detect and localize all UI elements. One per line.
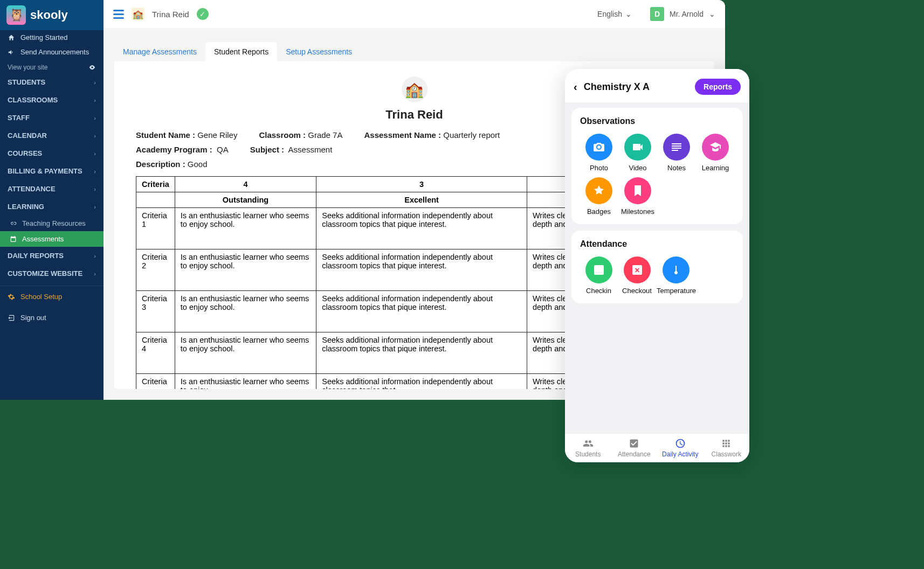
photo-button[interactable]: Photo <box>580 134 618 172</box>
tab-setup-assessments[interactable]: Setup Assessments <box>277 42 361 61</box>
subject-label: Subject : <box>250 145 284 154</box>
cell-4: Is an enthusiastic learner who seems to … <box>175 291 316 332</box>
chevron-right-icon: › <box>94 253 96 259</box>
nav-courses-label: COURSES <box>8 149 42 157</box>
sign-out-link[interactable]: Sign out <box>0 307 104 328</box>
user-menu[interactable]: D Mr. Arnold ⌄ <box>650 7 715 21</box>
megaphone-icon <box>8 48 15 56</box>
th-outstanding: Outstanding <box>175 192 316 208</box>
bottom-tab-attendance-label: Attendance <box>618 450 651 458</box>
checkout-button[interactable]: Checkout <box>618 256 656 295</box>
school-building-icon: 🏫 <box>402 77 427 102</box>
cell-4: Is an enthusiastic learner who seems to … <box>175 374 316 390</box>
language-selector[interactable]: English ⌄ <box>597 10 632 18</box>
checkin-label: Checkin <box>586 287 611 295</box>
chevron-right-icon: › <box>94 204 96 210</box>
mobile-panel: ‹ Chemistry X A Reports Observations Pho… <box>565 69 749 462</box>
nav-staff-label: STAFF <box>8 114 30 122</box>
nav-billing[interactable]: BILLING & PAYMENTS› <box>0 162 104 180</box>
send-announcements-link[interactable]: Send Announcements <box>0 45 104 59</box>
nav-courses[interactable]: COURSES› <box>0 144 104 162</box>
view-site-link[interactable]: View your site <box>0 59 104 73</box>
nav-daily-reports[interactable]: DAILY REPORTS› <box>0 247 104 265</box>
cell-4: Is an enthusiastic learner who seems to … <box>175 332 316 374</box>
th-excellent: Excellent <box>316 192 527 208</box>
tabs-row: Manage Assessments Student Reports Setup… <box>104 28 725 61</box>
sign-out-label: Sign out <box>20 314 46 322</box>
photo-label: Photo <box>590 164 608 172</box>
school-icon: 🏫 <box>132 8 144 20</box>
check-square-icon <box>629 438 639 449</box>
nav-daily-reports-label: DAILY REPORTS <box>8 252 64 260</box>
home-icon <box>8 34 15 41</box>
hamburger-button[interactable] <box>113 10 124 19</box>
reports-button[interactable]: Reports <box>695 79 741 95</box>
tab-student-reports[interactable]: Student Reports <box>205 42 277 61</box>
chevron-right-icon: › <box>94 270 96 277</box>
clock-icon <box>675 438 686 449</box>
badges-icon <box>585 177 612 204</box>
subject-value: Assessment <box>288 145 333 154</box>
getting-started-link[interactable]: Getting Started <box>0 30 104 45</box>
topbar: 🏫 Trina Reid ✓ English ⌄ D Mr. Arnold ⌄ <box>104 0 725 28</box>
subnav-teaching-resources[interactable]: Teaching Resources <box>0 216 104 231</box>
badges-button[interactable]: Badges <box>580 177 618 216</box>
nav-customize-label: CUSTOMIZE WEBSITE <box>8 269 82 277</box>
back-button[interactable]: ‹ <box>574 81 577 93</box>
students-icon <box>583 438 594 449</box>
cell-3: Seeks additional information independent… <box>316 374 527 390</box>
assessment-label: Assessment Name : <box>364 130 441 140</box>
bottom-tab-attendance[interactable]: Attendance <box>611 438 658 458</box>
chevron-down-icon: ⌄ <box>625 10 632 18</box>
nav-customize-website[interactable]: CUSTOMIZE WEBSITE› <box>0 265 104 282</box>
nav-classrooms[interactable]: CLASSROOMS› <box>0 91 104 109</box>
bottom-tab-daily-activity[interactable]: Daily Activity <box>657 438 704 458</box>
chevron-right-icon: › <box>94 168 96 175</box>
sidebar: 🦉 skooly Getting Started Send Announceme… <box>0 0 104 400</box>
observations-title: Observations <box>580 116 734 126</box>
cell-3: Seeks additional information independent… <box>316 332 527 374</box>
cell-3: Seeks additional information independent… <box>316 249 527 291</box>
language-label: English <box>597 10 622 18</box>
signout-icon <box>8 314 15 322</box>
th-4: 4 <box>175 177 316 192</box>
subnav-assessments[interactable]: Assessments <box>0 231 104 247</box>
chevron-down-icon: ⌄ <box>709 10 715 18</box>
cell-3: Seeks additional information independent… <box>316 291 527 332</box>
milestones-button[interactable]: Milestones <box>619 177 657 216</box>
eye-icon <box>88 64 96 71</box>
cell-3: Seeks additional information independent… <box>316 208 527 249</box>
attendance-title: Attendance <box>580 239 734 249</box>
subnav-assessments-label: Assessments <box>22 235 64 243</box>
description-label: Description : <box>136 159 185 169</box>
tab-manage-assessments[interactable]: Manage Assessments <box>114 42 205 61</box>
nav-attendance[interactable]: ATTENDANCE› <box>0 180 104 198</box>
student-name-value: Gene Riley <box>197 130 237 140</box>
video-button[interactable]: Video <box>619 134 657 172</box>
nav-students[interactable]: STUDENTS› <box>0 73 104 91</box>
calendar-icon <box>10 235 17 242</box>
school-setup-label: School Setup <box>20 293 62 301</box>
nav-learning[interactable]: LEARNING› <box>0 198 104 216</box>
checkout-icon <box>624 256 651 283</box>
bottom-tab-classwork[interactable]: Classwork <box>704 438 750 458</box>
th-blank <box>136 192 175 208</box>
temperature-label: Temperature <box>657 287 696 295</box>
school-setup-link[interactable]: School Setup <box>0 286 104 307</box>
observations-card: Observations PhotoVideoNotesLearningBadg… <box>571 108 743 224</box>
notes-button[interactable]: Notes <box>658 134 695 172</box>
gear-icon <box>8 293 15 301</box>
checkin-button[interactable]: Checkin <box>580 256 617 295</box>
nav-calendar[interactable]: CALENDAR› <box>0 127 104 144</box>
mobile-body: Observations PhotoVideoNotesLearningBadg… <box>565 102 749 433</box>
temperature-icon <box>663 256 689 283</box>
bottom-tab-students[interactable]: Students <box>565 438 611 458</box>
th-3: 3 <box>316 177 527 192</box>
link-icon <box>10 220 17 227</box>
temperature-button[interactable]: Temperature <box>657 256 696 295</box>
program-label: Academy Program : <box>136 145 212 154</box>
learning-button[interactable]: Learning <box>697 134 734 172</box>
brand-name: skooly <box>30 8 68 22</box>
nav-staff[interactable]: STAFF› <box>0 109 104 127</box>
chevron-right-icon: › <box>94 133 96 139</box>
